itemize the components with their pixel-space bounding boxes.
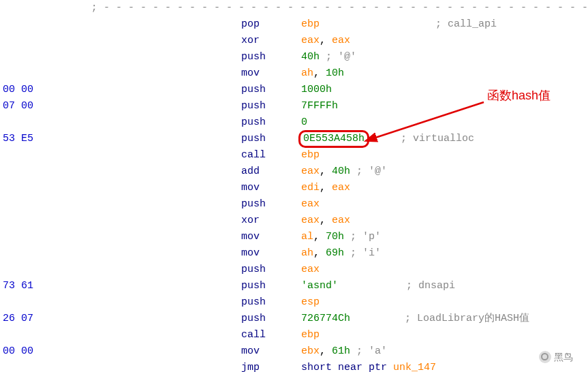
hex-cell [0, 164, 125, 180]
asm-row: 26 07push726774Ch; LoadLibrary的HASH值 [0, 311, 588, 327]
asm-row: jmpshort near ptr unk_147 [0, 360, 588, 372]
asm-row: push40h ; '@' [0, 49, 588, 65]
pad-cell [125, 245, 241, 262]
asm-comment: ; LoadLibrary的HASH值 [350, 311, 529, 327]
opcode: mov [241, 245, 301, 262]
opcode: push [241, 114, 301, 131]
hex-cell [0, 360, 125, 372]
asm-row: moval, 70h ; 'p' [0, 229, 588, 245]
separator-row: ; - - - - - - - - - - - - - - - - - - - … [0, 0, 588, 16]
operands: ebx, 61h ; 'a' [301, 343, 387, 360]
asm-row: movah, 10h [0, 65, 588, 82]
pad-cell [125, 262, 241, 278]
asm-row: addeax, 40h ; '@' [0, 164, 588, 180]
asm-row: movah, 69h ; 'i' [0, 245, 588, 262]
opcode: push [241, 196, 301, 213]
asm-row: xoreax, eax [0, 33, 588, 49]
opcode: push [241, 311, 301, 327]
pad-cell [125, 33, 241, 49]
opcode: mov [241, 343, 301, 360]
operands: ebp [301, 327, 320, 343]
opcode: mov [241, 229, 301, 245]
pad-cell [125, 82, 241, 98]
operands: 40h ; '@' [301, 49, 356, 65]
asm-row: callebp [0, 327, 588, 343]
hex-cell [0, 0, 91, 16]
hex-cell [0, 114, 125, 131]
asm-row: pushesp [0, 294, 588, 311]
hex-cell [0, 229, 125, 245]
operands: 0E553A458h [301, 131, 367, 147]
opcode: add [241, 164, 301, 180]
opcode: call [241, 147, 301, 164]
pad-cell [125, 229, 241, 245]
hex-cell [0, 147, 125, 164]
operands: eax [301, 196, 320, 213]
operands: eax [301, 262, 320, 278]
asm-row: pusheax [0, 262, 588, 278]
hex-cell [0, 16, 125, 33]
opcode: push [241, 278, 301, 294]
opcode: push [241, 82, 301, 98]
pad-cell [125, 213, 241, 229]
asm-row: xoreax, eax [0, 213, 588, 229]
operands: 0 [301, 114, 307, 131]
opcode: xor [241, 33, 301, 49]
annotation-label: 函数hash值 [487, 87, 551, 104]
operands: 7FFFFh [301, 98, 338, 114]
hex-cell [0, 327, 125, 343]
hash-value-highlight: 0E553A458h [298, 130, 369, 148]
hex-cell: 07 00 [0, 98, 125, 114]
hex-cell [0, 33, 125, 49]
asm-row: pusheax [0, 196, 588, 213]
hex-cell: 00 00 [0, 82, 125, 98]
asm-row: push0 [0, 114, 588, 131]
watermark: 黑鸟 [539, 349, 573, 365]
asm-row: callebp [0, 147, 588, 164]
svg-line-0 [373, 102, 484, 138]
hex-cell [0, 49, 125, 65]
pad-cell [125, 164, 241, 180]
watermark-text: 黑鸟 [554, 349, 573, 365]
pad-cell [125, 311, 241, 327]
hex-cell [0, 196, 125, 213]
asm-comment: ; call_api [320, 16, 497, 33]
hex-cell [0, 245, 125, 262]
operands: ah, 69h ; 'i' [301, 245, 381, 262]
hex-cell: 73 61 [0, 278, 125, 294]
operands: short near ptr unk_147 [301, 360, 436, 372]
operands: 1000h [301, 82, 332, 98]
opcode: push [241, 98, 301, 114]
asm-row: popebp; call_api [0, 16, 588, 33]
hex-cell [0, 65, 125, 82]
operands: eax, eax [301, 213, 350, 229]
hex-cell [0, 213, 125, 229]
operands: 726774Ch [301, 311, 350, 327]
hex-cell: 53 E5 [0, 131, 125, 147]
operands: ebp [301, 16, 320, 33]
operands: ebp [301, 147, 320, 164]
asm-row: 53 E5push0E553A458h; virtualloc [0, 131, 588, 147]
asm-row: 73 61push'asnd'; dnsapi [0, 278, 588, 294]
asm-row: 00 00movebx, 61h ; 'a' [0, 343, 588, 360]
wechat-icon [539, 351, 551, 363]
operands: ah, 10h [301, 65, 344, 82]
opcode: mov [241, 65, 301, 82]
pad-cell [125, 278, 241, 294]
operands: edi, eax [301, 180, 350, 196]
opcode: call [241, 327, 301, 343]
hex-cell [0, 180, 125, 196]
operands: al, 70h ; 'p' [301, 229, 381, 245]
pad-cell [125, 16, 241, 33]
hex-cell: 26 07 [0, 311, 125, 327]
pad-cell [125, 147, 241, 164]
opcode: push [241, 49, 301, 65]
pad-cell [125, 327, 241, 343]
operands: eax, eax [301, 33, 350, 49]
hex-cell: 00 00 [0, 343, 125, 360]
hex-cell [0, 262, 125, 278]
pad-cell [125, 294, 241, 311]
pad-cell [125, 98, 241, 114]
pad-cell [125, 180, 241, 196]
opcode: jmp [241, 360, 301, 372]
